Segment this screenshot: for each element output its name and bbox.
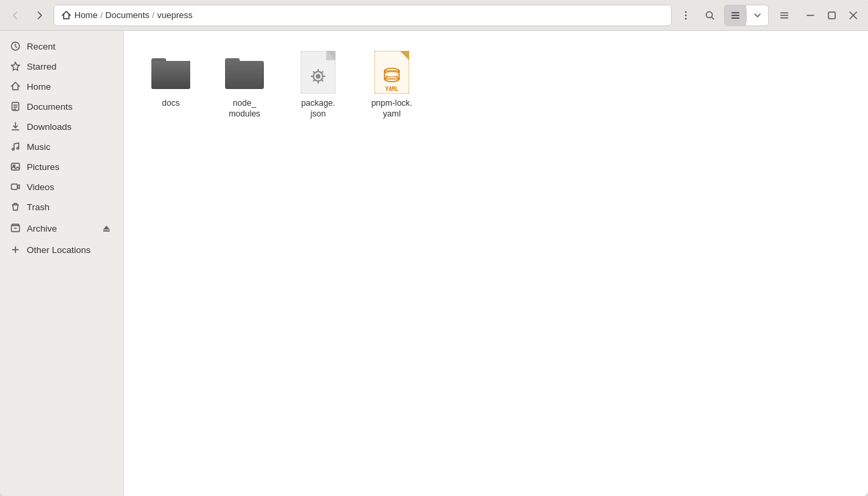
search-icon — [705, 10, 715, 21]
sidebar: Recent Starred Home Documents — [0, 31, 124, 496]
video-icon — [9, 181, 21, 193]
file-area: docs — [124, 31, 868, 496]
close-icon — [849, 11, 857, 19]
svg-line-54 — [322, 72, 323, 72]
json-file-icon — [297, 51, 340, 94]
list-view-button[interactable] — [725, 5, 746, 25]
svg-rect-24 — [11, 163, 19, 170]
nav-forward-button[interactable] — [29, 5, 50, 25]
view-controls — [724, 5, 769, 26]
svg-marker-16 — [11, 62, 19, 70]
sidebar-label-documents: Documents — [27, 102, 114, 112]
sidebar-label-videos: Videos — [27, 182, 114, 192]
location-menu-button[interactable] — [676, 5, 696, 25]
svg-point-46 — [316, 74, 321, 79]
sidebar-label-music: Music — [27, 142, 114, 152]
sidebar-item-music[interactable]: Music — [0, 137, 123, 157]
folder-icon-docs — [149, 51, 192, 94]
folder-svg-node-modules — [225, 56, 264, 89]
json-file-svg — [301, 51, 336, 94]
chevron-left-icon — [11, 11, 20, 20]
breadcrumb-documents[interactable]: Documents — [105, 10, 149, 20]
sidebar-item-other-locations[interactable]: Other Locations — [0, 240, 123, 260]
sidebar-label-other-locations: Other Locations — [27, 245, 114, 255]
sidebar-label-downloads: Downloads — [27, 122, 114, 132]
chevron-down-icon — [753, 11, 762, 19]
clock-icon — [9, 40, 21, 52]
maximize-button[interactable] — [822, 6, 841, 25]
plus-icon — [9, 244, 21, 256]
file-item-pnpm-lock-yaml[interactable]: YAML pnpm-lock.yaml — [358, 44, 425, 127]
home-sidebar-icon — [9, 80, 21, 92]
sidebar-label-home: Home — [27, 82, 114, 92]
window-controls — [801, 6, 863, 25]
sidebar-item-videos[interactable]: Videos — [0, 177, 123, 197]
search-button[interactable] — [700, 5, 720, 25]
svg-rect-30 — [103, 230, 110, 232]
trash-icon — [9, 201, 21, 213]
breadcrumb-bar: Home / Documents / vuepress — [54, 5, 672, 26]
svg-point-0 — [685, 11, 687, 13]
svg-rect-5 — [731, 12, 739, 13]
sidebar-item-recent[interactable]: Recent — [0, 36, 123, 56]
svg-rect-38 — [225, 61, 264, 89]
sidebar-item-downloads[interactable]: Downloads — [0, 116, 123, 137]
view-dropdown-button[interactable] — [747, 5, 768, 25]
sidebar-item-documents[interactable]: Documents — [0, 96, 123, 116]
svg-point-23 — [17, 147, 19, 149]
breadcrumb-home[interactable]: Home — [61, 10, 98, 21]
sidebar-label-trash: Trash — [27, 202, 114, 212]
main-area: Recent Starred Home Documents — [0, 31, 868, 496]
maximize-icon — [828, 11, 836, 19]
file-grid: docs — [137, 44, 855, 127]
folder-icon-node-modules — [223, 51, 266, 94]
svg-line-53 — [313, 80, 314, 81]
titlebar: Home / Documents / vuepress — [0, 0, 868, 31]
list-icon — [730, 10, 741, 21]
home-icon — [61, 10, 72, 21]
svg-rect-12 — [828, 12, 835, 19]
svg-text:YAML: YAML — [385, 86, 398, 92]
pictures-icon — [9, 161, 21, 173]
svg-marker-29 — [103, 226, 110, 230]
svg-rect-6 — [731, 15, 739, 16]
sidebar-item-archive[interactable]: Archive — [0, 217, 123, 240]
eject-icon — [102, 224, 111, 233]
svg-rect-8 — [780, 12, 788, 13]
svg-line-51 — [313, 72, 314, 72]
archive-icon — [9, 222, 21, 234]
svg-rect-26 — [11, 184, 17, 189]
file-name-node-modules: node_modules — [228, 98, 260, 120]
nav-back-button[interactable] — [5, 5, 25, 25]
sidebar-item-pictures[interactable]: Pictures — [0, 157, 123, 177]
sidebar-item-starred[interactable]: Starred — [0, 56, 123, 76]
file-name-docs: docs — [162, 98, 179, 108]
sidebar-label-pictures: Pictures — [27, 162, 114, 172]
svg-rect-7 — [731, 17, 739, 19]
file-name-pnpm-lock-yaml: pnpm-lock.yaml — [371, 98, 412, 120]
archive-eject-button[interactable] — [99, 221, 114, 236]
close-button[interactable] — [844, 6, 863, 25]
sidebar-label-recent: Recent — [27, 42, 114, 52]
svg-point-61 — [384, 72, 399, 77]
svg-rect-9 — [780, 15, 788, 16]
file-item-package-json[interactable]: package.json — [285, 44, 352, 127]
dots-vertical-icon — [680, 10, 691, 21]
music-icon — [9, 141, 21, 153]
star-icon — [9, 60, 21, 72]
sidebar-item-home[interactable]: Home — [0, 76, 123, 96]
yaml-file-icon: YAML — [370, 51, 413, 94]
sidebar-item-trash[interactable]: Trash — [0, 197, 123, 217]
svg-point-3 — [707, 11, 713, 17]
svg-rect-10 — [780, 17, 788, 18]
minimize-button[interactable] — [801, 6, 820, 25]
download-icon — [9, 120, 21, 133]
breadcrumb-sep-2: / — [152, 10, 155, 20]
file-item-node-modules[interactable]: node_modules — [211, 44, 278, 127]
svg-point-22 — [12, 149, 14, 151]
file-item-docs[interactable]: docs — [137, 44, 204, 127]
svg-line-4 — [712, 17, 715, 19]
svg-rect-36 — [151, 61, 190, 89]
main-menu-button[interactable] — [774, 5, 794, 25]
document-icon — [9, 100, 21, 112]
